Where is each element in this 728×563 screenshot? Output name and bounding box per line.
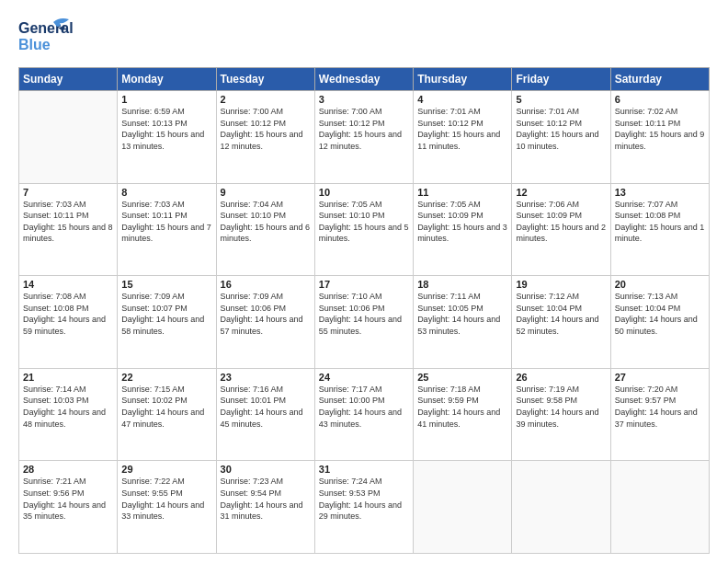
day-info: Sunrise: 7:23 AM Sunset: 9:54 PM Dayligh… xyxy=(221,476,311,522)
week-row-2: 14Sunrise: 7:08 AM Sunset: 10:08 PM Dayl… xyxy=(19,276,710,369)
day-info: Sunrise: 7:17 AM Sunset: 10:00 PM Daylig… xyxy=(319,384,409,430)
day-number: 20 xyxy=(615,279,705,290)
day-info: Sunrise: 7:01 AM Sunset: 10:12 PM Daylig… xyxy=(417,106,507,152)
day-cell: 2Sunrise: 7:00 AM Sunset: 10:12 PM Dayli… xyxy=(216,91,314,184)
day-cell: 22Sunrise: 7:15 AM Sunset: 10:02 PM Dayl… xyxy=(118,368,216,461)
weekday-saturday: Saturday xyxy=(610,68,709,91)
day-cell: 19Sunrise: 7:12 AM Sunset: 10:04 PM Dayl… xyxy=(512,276,610,369)
day-info: Sunrise: 7:08 AM Sunset: 10:08 PM Daylig… xyxy=(23,291,113,337)
day-cell xyxy=(512,461,610,554)
day-info: Sunrise: 7:02 AM Sunset: 10:11 PM Daylig… xyxy=(615,106,705,152)
day-cell: 9Sunrise: 7:04 AM Sunset: 10:10 PM Dayli… xyxy=(216,183,314,276)
day-number: 16 xyxy=(221,279,311,290)
day-cell: 6Sunrise: 7:02 AM Sunset: 10:11 PM Dayli… xyxy=(610,91,709,184)
day-info: Sunrise: 7:24 AM Sunset: 9:53 PM Dayligh… xyxy=(319,476,409,522)
day-cell: 30Sunrise: 7:23 AM Sunset: 9:54 PM Dayli… xyxy=(216,461,314,554)
weekday-tuesday: Tuesday xyxy=(216,68,314,91)
day-number: 19 xyxy=(516,279,606,290)
day-cell: 24Sunrise: 7:17 AM Sunset: 10:00 PM Dayl… xyxy=(314,368,413,461)
day-cell: 14Sunrise: 7:08 AM Sunset: 10:08 PM Dayl… xyxy=(19,276,118,369)
day-info: Sunrise: 7:21 AM Sunset: 9:56 PM Dayligh… xyxy=(23,476,113,522)
day-number: 18 xyxy=(417,279,507,290)
day-number: 10 xyxy=(319,187,409,198)
day-number: 4 xyxy=(417,94,507,105)
day-number: 24 xyxy=(319,372,409,383)
day-cell: 13Sunrise: 7:07 AM Sunset: 10:08 PM Dayl… xyxy=(610,183,709,276)
day-cell: 16Sunrise: 7:09 AM Sunset: 10:06 PM Dayl… xyxy=(216,276,314,369)
page: General Blue SundayMondayTuesdayWednesda… xyxy=(0,0,728,563)
svg-text:Blue: Blue xyxy=(18,37,51,52)
day-number: 14 xyxy=(23,279,113,290)
day-number: 29 xyxy=(121,464,211,475)
day-cell: 11Sunrise: 7:05 AM Sunset: 10:09 PM Dayl… xyxy=(414,183,512,276)
day-number: 27 xyxy=(615,372,705,383)
day-info: Sunrise: 7:18 AM Sunset: 9:59 PM Dayligh… xyxy=(417,384,507,430)
day-cell: 4Sunrise: 7:01 AM Sunset: 10:12 PM Dayli… xyxy=(414,91,512,184)
day-info: Sunrise: 7:13 AM Sunset: 10:04 PM Daylig… xyxy=(615,291,705,337)
day-cell: 23Sunrise: 7:16 AM Sunset: 10:01 PM Dayl… xyxy=(216,368,314,461)
day-info: Sunrise: 7:20 AM Sunset: 9:57 PM Dayligh… xyxy=(615,384,705,430)
day-info: Sunrise: 7:05 AM Sunset: 10:09 PM Daylig… xyxy=(417,199,507,245)
day-cell: 21Sunrise: 7:14 AM Sunset: 10:03 PM Dayl… xyxy=(19,368,118,461)
weekday-header-row: SundayMondayTuesdayWednesdayThursdayFrid… xyxy=(19,68,710,91)
day-cell: 27Sunrise: 7:20 AM Sunset: 9:57 PM Dayli… xyxy=(610,368,709,461)
day-info: Sunrise: 7:04 AM Sunset: 10:10 PM Daylig… xyxy=(221,199,311,245)
svg-text:General: General xyxy=(18,20,74,36)
day-info: Sunrise: 7:16 AM Sunset: 10:01 PM Daylig… xyxy=(221,384,311,430)
day-info: Sunrise: 7:14 AM Sunset: 10:03 PM Daylig… xyxy=(23,384,113,430)
day-number: 13 xyxy=(615,187,705,198)
day-number: 12 xyxy=(516,187,606,198)
day-info: Sunrise: 7:15 AM Sunset: 10:02 PM Daylig… xyxy=(121,384,211,430)
day-cell: 28Sunrise: 7:21 AM Sunset: 9:56 PM Dayli… xyxy=(19,461,118,554)
header: General Blue xyxy=(18,15,710,60)
day-number: 2 xyxy=(221,94,311,105)
day-info: Sunrise: 7:03 AM Sunset: 10:11 PM Daylig… xyxy=(23,199,113,245)
week-row-1: 7Sunrise: 7:03 AM Sunset: 10:11 PM Dayli… xyxy=(19,183,710,276)
day-info: Sunrise: 6:59 AM Sunset: 10:13 PM Daylig… xyxy=(121,106,211,152)
day-cell: 10Sunrise: 7:05 AM Sunset: 10:10 PM Dayl… xyxy=(314,183,413,276)
day-info: Sunrise: 7:10 AM Sunset: 10:06 PM Daylig… xyxy=(319,291,409,337)
day-cell: 18Sunrise: 7:11 AM Sunset: 10:05 PM Dayl… xyxy=(414,276,512,369)
day-number: 8 xyxy=(121,187,211,198)
day-cell: 1Sunrise: 6:59 AM Sunset: 10:13 PM Dayli… xyxy=(118,91,216,184)
day-number: 11 xyxy=(417,187,507,198)
day-cell: 26Sunrise: 7:19 AM Sunset: 9:58 PM Dayli… xyxy=(512,368,610,461)
day-number: 9 xyxy=(221,187,311,198)
day-cell: 20Sunrise: 7:13 AM Sunset: 10:04 PM Dayl… xyxy=(610,276,709,369)
day-cell: 5Sunrise: 7:01 AM Sunset: 10:12 PM Dayli… xyxy=(512,91,610,184)
day-number: 23 xyxy=(221,372,311,383)
weekday-sunday: Sunday xyxy=(19,68,118,91)
day-cell: 17Sunrise: 7:10 AM Sunset: 10:06 PM Dayl… xyxy=(314,276,413,369)
day-cell xyxy=(19,91,118,184)
day-number: 7 xyxy=(23,187,113,198)
day-info: Sunrise: 7:06 AM Sunset: 10:09 PM Daylig… xyxy=(516,199,606,245)
week-row-4: 28Sunrise: 7:21 AM Sunset: 9:56 PM Dayli… xyxy=(19,461,710,554)
day-info: Sunrise: 7:00 AM Sunset: 10:12 PM Daylig… xyxy=(319,106,409,152)
day-number: 25 xyxy=(417,372,507,383)
logo-icon: General Blue xyxy=(18,15,74,60)
weekday-friday: Friday xyxy=(512,68,610,91)
day-number: 21 xyxy=(23,372,113,383)
day-cell: 15Sunrise: 7:09 AM Sunset: 10:07 PM Dayl… xyxy=(118,276,216,369)
day-info: Sunrise: 7:12 AM Sunset: 10:04 PM Daylig… xyxy=(516,291,606,337)
day-cell xyxy=(610,461,709,554)
week-row-0: 1Sunrise: 6:59 AM Sunset: 10:13 PM Dayli… xyxy=(19,91,710,184)
day-cell: 31Sunrise: 7:24 AM Sunset: 9:53 PM Dayli… xyxy=(314,461,413,554)
day-number: 17 xyxy=(319,279,409,290)
weekday-wednesday: Wednesday xyxy=(314,68,413,91)
logo: General Blue xyxy=(18,15,74,60)
day-number: 30 xyxy=(221,464,311,475)
day-number: 6 xyxy=(615,94,705,105)
day-number: 15 xyxy=(121,279,211,290)
day-info: Sunrise: 7:03 AM Sunset: 10:11 PM Daylig… xyxy=(121,199,211,245)
day-number: 1 xyxy=(121,94,211,105)
day-cell xyxy=(414,461,512,554)
day-info: Sunrise: 7:11 AM Sunset: 10:05 PM Daylig… xyxy=(417,291,507,337)
calendar-table: SundayMondayTuesdayWednesdayThursdayFrid… xyxy=(18,67,710,554)
day-number: 28 xyxy=(23,464,113,475)
day-cell: 3Sunrise: 7:00 AM Sunset: 10:12 PM Dayli… xyxy=(314,91,413,184)
day-cell: 12Sunrise: 7:06 AM Sunset: 10:09 PM Dayl… xyxy=(512,183,610,276)
day-cell: 25Sunrise: 7:18 AM Sunset: 9:59 PM Dayli… xyxy=(414,368,512,461)
day-info: Sunrise: 7:09 AM Sunset: 10:07 PM Daylig… xyxy=(121,291,211,337)
weekday-monday: Monday xyxy=(118,68,216,91)
